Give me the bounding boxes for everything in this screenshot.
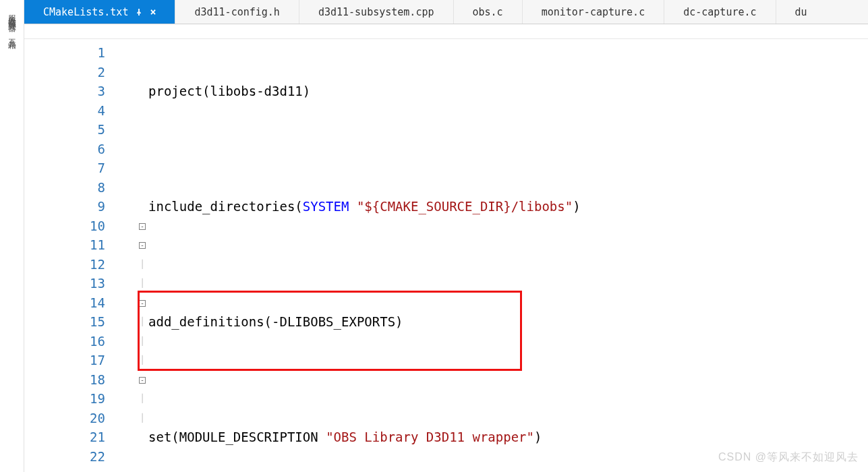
fold-column: --││-│││-││ [138,43,147,466]
tab-overflow[interactable]: du [776,0,826,24]
tab-d3d11-config-h[interactable]: d3d11-config.h [175,0,299,24]
tab-label: d3d11-subsystem.cpp [318,6,434,18]
line-number: 22 [24,447,117,467]
tab-d3d11-subsystem-cpp[interactable]: d3d11-subsystem.cpp [299,0,454,24]
code-line: include_directories(SYSTEM "${CMAKE_SOUR… [148,197,868,216]
line-number: 19 [24,389,117,409]
tab-bar: CMakeLists.txt × d3d11-config.h d3d11-su… [24,0,868,24]
line-number: 1 [24,43,117,63]
line-number: 21 [24,427,117,447]
pin-icon[interactable] [135,8,143,16]
line-number: 10 [24,216,117,236]
fold-toggle-icon[interactable]: - [139,223,146,230]
main-area: CMakeLists.txt × d3d11-config.h d3d11-su… [24,0,868,472]
tab-label: d3d11-config.h [194,6,279,18]
code-line [148,255,868,274]
side-tab-server-explorer[interactable]: 服务器资源管理器 [6,8,18,19]
tab-cmakelists[interactable]: CMakeLists.txt × [24,0,175,24]
code-editor[interactable]: 12345678910111213141516171819202122 --││… [24,39,868,472]
tab-label: CMakeLists.txt [43,6,128,18]
line-number: 8 [24,178,117,198]
line-number: 9 [24,197,117,216]
code-line [148,370,868,390]
tab-label: monitor-capture.c [542,6,645,18]
line-number: 2 [24,63,117,82]
close-icon[interactable]: × [150,6,156,18]
side-rail: 服务器资源管理器 工具箱 [0,0,24,472]
line-number: 6 [24,140,117,159]
line-number: 5 [24,120,117,140]
line-number: 16 [24,332,117,351]
line-number-gutter: 12345678910111213141516171819202122 [24,43,117,466]
watermark-text: CSDN @等风来不如迎风去 [718,448,859,467]
line-number: 13 [24,274,117,293]
app-root: 服务器资源管理器 工具箱 CMakeLists.txt × d3d11-conf… [0,0,868,472]
tab-obs-c[interactable]: obs.c [454,0,523,24]
nav-subbar [24,24,868,39]
fold-toggle-icon[interactable]: - [139,377,146,384]
line-number: 17 [24,351,117,370]
fold-toggle-icon[interactable]: - [139,242,146,249]
code-line: set(MODULE_DESCRIPTION "OBS Library D3D1… [148,427,868,447]
tab-label: obs.c [473,6,503,18]
side-tab-toolbox[interactable]: 工具箱 [6,32,18,36]
fold-toggle-icon[interactable]: - [139,300,146,307]
tab-dc-capture-c[interactable]: dc-capture.c [664,0,776,24]
tab-label: du [795,6,807,18]
line-number: 12 [24,255,117,274]
tab-label: dc-capture.c [683,6,756,18]
code-line: add_definitions(-DLIBOBS_EXPORTS) [148,312,868,332]
code-line [148,140,868,159]
line-number: 4 [24,101,117,121]
line-number: 7 [24,158,117,178]
code-line: project(libobs-d3d11) [148,82,868,101]
line-number: 11 [24,235,117,255]
line-number: 20 [24,409,117,428]
line-number: 18 [24,370,117,390]
line-number: 3 [24,82,117,101]
code-content[interactable]: project(libobs-d3d11) include_directorie… [148,43,868,472]
tab-monitor-capture-c[interactable]: monitor-capture.c [523,0,665,24]
line-number: 15 [24,312,117,332]
line-number: 14 [24,293,117,313]
